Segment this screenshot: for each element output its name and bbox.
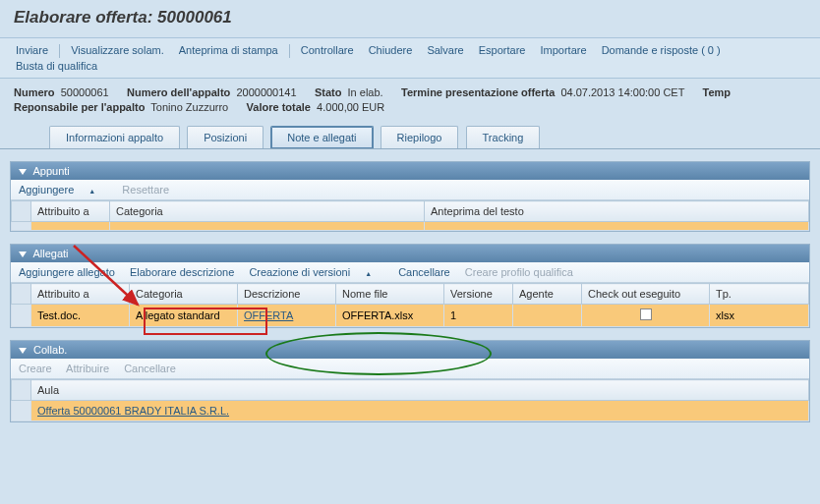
add-note-button[interactable]: Aggiungere ▲ [19, 184, 107, 196]
notes-title: Appunti [32, 165, 69, 177]
bid-info-block: Numero 50000061 Numero dell'appalto 2000… [0, 79, 820, 122]
delete-button[interactable]: Cancellare [398, 266, 450, 278]
cell-aula: Offerta 50000061 BRADY ITALIA S.R.L. [31, 401, 809, 421]
table-row[interactable] [12, 222, 809, 231]
main-tabs: Informazioni appalto Posizioni Note e al… [0, 122, 820, 149]
temp-label: Temp [703, 86, 732, 98]
dropdown-icon: ▲ [88, 188, 95, 195]
assign-button: Attribuire [66, 363, 109, 374]
export-button[interactable]: Esportare [473, 42, 532, 58]
tab-posizioni[interactable]: Posizioni [187, 126, 264, 148]
status-label: Stato [315, 86, 342, 98]
edit-description-button[interactable]: Elaborare descrizione [130, 266, 234, 278]
cell-checkout [582, 305, 710, 327]
collab-link[interactable]: Offerta 50000061 BRADY ITALIA S.R.L. [37, 405, 229, 417]
cell-category: Allegato standard [130, 305, 238, 327]
print-preview-button[interactable]: Anteprima di stampa [173, 42, 284, 58]
responsible-value: Tonino Zuzzurro [150, 101, 228, 113]
send-button[interactable]: Inviare [10, 42, 54, 58]
cell-version: 1 [444, 305, 513, 327]
notes-toolbar: Aggiungere ▲ Resettare [11, 180, 809, 200]
separator [289, 44, 290, 58]
tab-riepilogo[interactable]: Riepilogo [381, 126, 459, 148]
attachments-table: Attribuito a Categoria Descrizione Nome … [11, 283, 809, 327]
select-column [12, 380, 31, 401]
attachments-header[interactable]: Allegati [11, 245, 809, 262]
cell-type: xlsx [710, 305, 809, 327]
col-assigned-to[interactable]: Attribuito a [31, 284, 130, 305]
table-row[interactable]: Offerta 50000061 BRADY ITALIA S.R.L. [12, 401, 809, 421]
tab-tracking[interactable]: Tracking [466, 126, 541, 148]
check-button[interactable]: Controllare [295, 42, 360, 58]
deadline-value: 04.07.2013 14:00:00 CET [560, 86, 684, 98]
questions-button[interactable]: Domande e risposte ( 0 ) [596, 42, 727, 58]
collapse-icon [19, 169, 27, 175]
table-row[interactable]: Test.doc. Allegato standard OFFERTA OFFE… [12, 305, 809, 327]
page-title: Elaborare offerta: 50000061 [0, 0, 820, 37]
select-column [12, 201, 31, 222]
collapse-icon [19, 252, 27, 257]
col-version[interactable]: Versione [444, 284, 513, 305]
col-checkout[interactable]: Check out eseguito [582, 284, 710, 305]
collab-title: Collab. [33, 344, 67, 356]
col-type[interactable]: Tp. [710, 284, 809, 305]
cell-assigned-to: Test.doc. [31, 305, 130, 327]
versioning-button[interactable]: Creazione di versioni ▲ [249, 266, 383, 278]
notes-table: Attribuito a Categoria Anteprima del tes… [11, 200, 809, 231]
col-description[interactable]: Descrizione [238, 284, 336, 305]
collab-section: Collab. Creare Attribuire Cancellare Aul… [10, 340, 810, 422]
total-value-value: 4.000,00 EUR [317, 101, 384, 113]
rfx-number-value: 2000000141 [236, 86, 296, 98]
main-toolbar: Inviare Visualizzare solam. Anteprima di… [0, 37, 820, 79]
display-only-button[interactable]: Visualizzare solam. [65, 42, 170, 58]
create-button: Creare [19, 363, 52, 374]
col-filename[interactable]: Nome file [336, 284, 444, 305]
row-selector[interactable] [12, 305, 31, 327]
import-button[interactable]: Importare [535, 42, 593, 58]
reset-note-button: Resettare [122, 184, 169, 196]
delete-button: Cancellare [124, 363, 176, 374]
collab-table: Aula Offerta 50000061 BRADY ITALIA S.R.L… [11, 379, 809, 421]
create-profile-button: Creare profilo qualifica [465, 266, 573, 278]
notes-section: Appunti Aggiungere ▲ Resettare Attribuit… [10, 161, 810, 232]
select-column [12, 284, 31, 305]
dropdown-icon: ▲ [365, 270, 372, 277]
number-label: Numero [14, 86, 55, 98]
responsible-label: Reponsabile per l'appalto [14, 101, 145, 113]
save-button[interactable]: Salvare [421, 42, 469, 58]
cell-description: OFFERTA [238, 305, 336, 327]
description-link[interactable]: OFFERTA [244, 309, 293, 321]
col-category[interactable]: Categoria [110, 201, 425, 222]
number-value: 50000061 [61, 86, 109, 98]
col-assigned-to[interactable]: Attribuito a [31, 201, 110, 222]
status-value: In elab. [348, 86, 383, 98]
close-button[interactable]: Chiudere [363, 42, 419, 58]
row-selector[interactable] [12, 401, 31, 421]
col-aula[interactable]: Aula [31, 380, 809, 401]
attachments-title: Allegati [32, 248, 68, 259]
col-text-preview[interactable]: Anteprima del testo [425, 201, 809, 222]
tab-info-appalto[interactable]: Informazioni appalto [49, 126, 180, 148]
notes-header[interactable]: Appunti [11, 162, 809, 180]
deadline-label: Termine presentazione offerta [401, 86, 555, 98]
checkbox-icon[interactable] [640, 308, 652, 320]
collab-header[interactable]: Collab. [11, 341, 809, 359]
cell-agent [513, 305, 582, 327]
col-agent[interactable]: Agente [513, 284, 582, 305]
collapse-icon [19, 348, 27, 354]
separator [59, 44, 60, 58]
total-value-label: Valore totale [247, 101, 311, 113]
qualification-envelope-button[interactable]: Busta di qualifica [10, 58, 103, 74]
attachments-toolbar: Aggiungere allegato Elaborare descrizion… [11, 262, 809, 283]
tab-note-allegati[interactable]: Note e allegati [270, 126, 373, 148]
rfx-number-label: Numero dell'appalto [127, 86, 230, 98]
attachments-section: Allegati Aggiungere allegato Elaborare d… [10, 244, 810, 328]
add-attachment-button[interactable]: Aggiungere allegato [19, 266, 115, 278]
col-category[interactable]: Categoria [130, 284, 238, 305]
cell-filename: OFFERTA.xlsx [336, 305, 444, 327]
collab-toolbar: Creare Attribuire Cancellare [11, 359, 809, 379]
